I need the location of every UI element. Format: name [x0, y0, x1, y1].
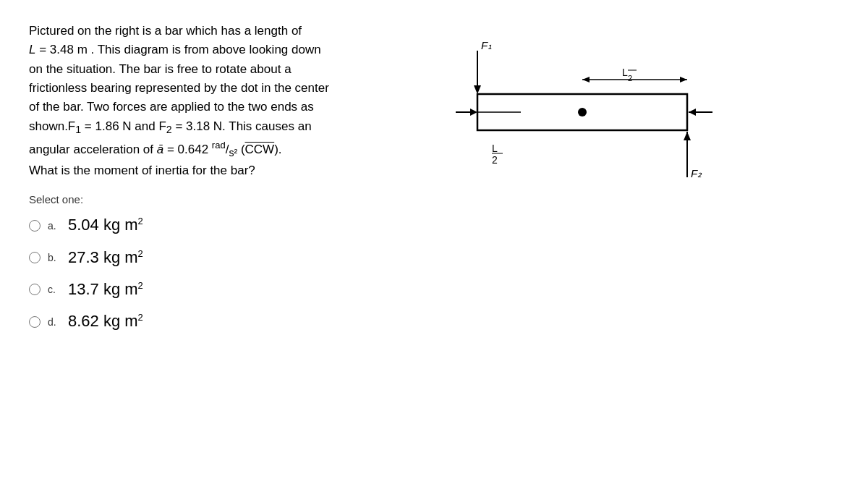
select-one-label: Select one:: [29, 193, 420, 205]
problem-line5: of the bar. Two forces are applied to th…: [29, 98, 420, 116]
option-c-radio[interactable]: [29, 284, 41, 295]
option-b-letter: b.: [48, 252, 61, 263]
L-half-top-denom: 2: [628, 74, 632, 82]
option-b[interactable]: b. 27.3 kg m2: [29, 248, 420, 267]
left-panel: Pictured on the right is a bar which has…: [29, 22, 420, 331]
problem-line2: L = 3.48 m . This diagram is from above …: [29, 41, 420, 59]
diagram-svg: F₁ F₂ L L 2: [448, 36, 723, 195]
option-a-radio[interactable]: [29, 220, 41, 232]
L-half-denom: 2: [492, 154, 498, 166]
F1-label: F₁: [481, 39, 492, 51]
L-label: L: [622, 67, 628, 78]
svg-marker-7: [680, 77, 687, 82]
option-c-letter: c.: [48, 284, 61, 295]
option-b-radio[interactable]: [29, 252, 41, 263]
option-c-value: 13.7 kg m2: [68, 280, 143, 299]
option-d-letter: d.: [48, 316, 61, 328]
option-a[interactable]: a. 5.04 kg m2: [29, 216, 420, 234]
option-b-value: 27.3 kg m2: [68, 248, 143, 267]
L-half-label: L: [492, 143, 498, 154]
option-a-value: 5.04 kg m2: [68, 216, 143, 234]
option-d-radio[interactable]: [29, 316, 41, 328]
problem-line6: shown.F1 = 1.86 N and F2 = 3.18 N. This …: [29, 117, 420, 138]
option-d[interactable]: d. 8.62 kg m2: [29, 312, 420, 331]
bearing-dot: [578, 108, 587, 116]
problem-line4: frictionless bearing represented by the …: [29, 79, 420, 98]
diagram-container: F₁ F₂ L L 2: [448, 36, 723, 195]
svg-marker-12: [470, 109, 477, 116]
option-c[interactable]: c. 13.7 kg m2: [29, 280, 420, 299]
option-a-letter: a.: [48, 220, 61, 232]
svg-marker-2: [474, 85, 481, 94]
problem-text: Pictured on the right is a bar which has…: [29, 22, 420, 180]
option-d-value: 8.62 kg m2: [68, 312, 143, 331]
problem-line3: on the situation. The bar is free to rot…: [29, 60, 420, 79]
options-list: a. 5.04 kg m2 b. 27.3 kg m2 c. 13.7 kg m…: [29, 216, 420, 331]
problem-line1: Pictured on the right is a bar which has…: [29, 22, 420, 41]
F2-label: F₂: [691, 167, 702, 179]
problem-line7: angular acceleration of ā = 0.642 rad/s²…: [29, 138, 420, 161]
svg-marker-4: [684, 132, 691, 140]
svg-marker-14: [689, 109, 696, 116]
svg-marker-8: [582, 77, 590, 82]
page-layout: Pictured on the right is a bar which has…: [29, 22, 839, 331]
right-panel: F₁ F₂ L L 2: [448, 22, 752, 331]
problem-line8: What is the moment of inertia for the ba…: [29, 161, 420, 180]
